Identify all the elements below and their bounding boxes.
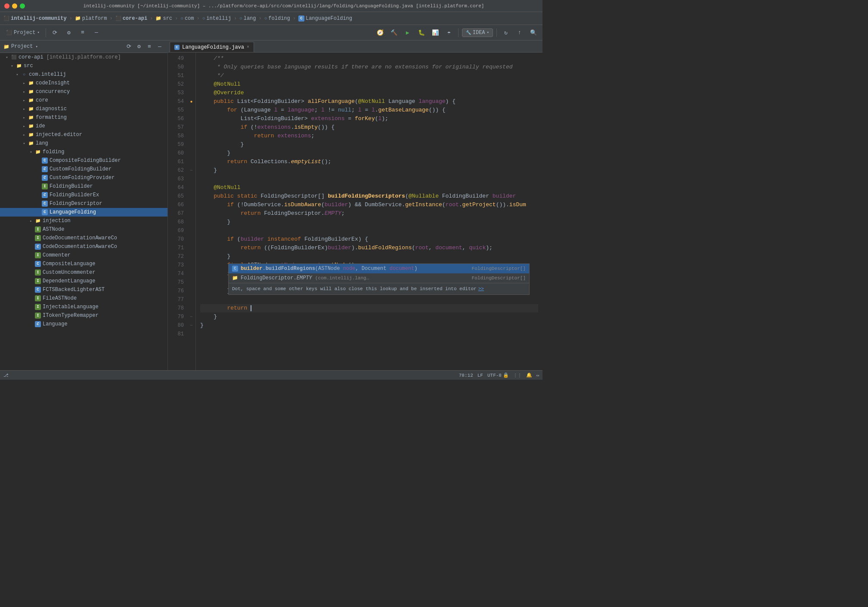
settings-button[interactable]: ⚙ (63, 27, 74, 38)
line-ending[interactable]: LF (477, 373, 483, 378)
tree-item-concurrency[interactable]: 📁 concurrency (0, 87, 167, 96)
encoding[interactable]: UTF-8 🔒 (487, 372, 509, 378)
tree-item-CustomFoldingBuilder[interactable]: C CustomFoldingBuilder (0, 165, 167, 173)
tree-item-codeInsight[interactable]: 📁 codeInsight (0, 79, 167, 87)
nav-lang[interactable]: ○ lang (239, 15, 256, 22)
tree-item-Commenter[interactable]: I Commenter (0, 251, 167, 260)
status-git[interactable]: ⎇ (3, 373, 9, 378)
nav-platform[interactable]: 📁 platform (75, 15, 107, 22)
tree-item-ide[interactable]: 📁 ide (0, 122, 167, 130)
code-editor[interactable]: /** * Only queries base language results… (196, 53, 542, 370)
idea-dropdown[interactable]: 🔧 IDEA ▾ (462, 28, 493, 37)
sidebar-gear-button[interactable]: ≡ (145, 42, 154, 51)
code-area: 49 50 51 52 53 54 55 56 57 58 59 60 61 6… (168, 53, 542, 370)
tab-language-folding[interactable]: C LanguageFolding.java × (170, 42, 254, 52)
code-line-54: public List<FoldingBuilder> allForLangua… (200, 97, 538, 106)
memory-indicator[interactable]: ▭ (536, 373, 539, 378)
tree-item-LanguageFolding[interactable]: C LanguageFolding (0, 208, 167, 217)
folder-icon: 📁 (28, 88, 34, 95)
tree-item-core-api[interactable]: ⬛ core-api [intellij.platform.core] (0, 53, 167, 62)
coverage-button[interactable]: ☂ (443, 27, 455, 38)
tree-item-InjectableLanguage[interactable]: I InjectableLanguage (0, 303, 167, 311)
tab-close-button[interactable]: × (247, 45, 249, 50)
tree-item-FileASTNode[interactable]: I FileASTNode (0, 294, 167, 303)
profile-button[interactable]: 📊 (430, 27, 441, 38)
status-left: ⎇ (3, 373, 9, 378)
nav-intellij[interactable]: ○ intellij (202, 15, 231, 22)
tree-item-injected-editor[interactable]: 📁 injected.editor (0, 130, 167, 139)
nav-com[interactable]: ○ com (180, 15, 194, 22)
tree-item-folding[interactable]: 📁 folding (0, 148, 167, 156)
sidebar-close-button[interactable]: — (155, 42, 164, 51)
ac-hint-link[interactable]: >> (478, 285, 484, 293)
tree-item-core[interactable]: 📁 core (0, 96, 167, 105)
nav-intellij-community[interactable]: intellij-community (11, 15, 67, 22)
tree-arrow (21, 114, 28, 121)
tree-item-formatting[interactable]: 📁 formatting (0, 113, 167, 122)
bookmark-icon[interactable]: ● (187, 97, 195, 106)
notifications[interactable]: 🔔 (526, 372, 532, 378)
tree-label: FileASTNode (43, 295, 77, 301)
tree-item-CodeDocumentationAwareCo2[interactable]: C CodeDocumentationAwareCo (0, 242, 167, 251)
run-button[interactable]: ▶ (402, 27, 413, 38)
title-text: intellij-community [~/intellij-community… (29, 3, 538, 9)
folder-icon: 📁 (34, 217, 41, 224)
tree-item-diagnostic[interactable]: 📁 diagnostic (0, 105, 167, 113)
search-everywhere-button[interactable]: 🔍 (528, 27, 539, 38)
tree-item-FoldingDescriptor[interactable]: C FoldingDescriptor (0, 199, 167, 208)
code-line-53: @Override (200, 89, 538, 97)
ac-class-icon: C (232, 266, 238, 272)
tree-item-Language[interactable]: C Language (0, 320, 167, 328)
vcs-push-button[interactable]: ↑ (514, 27, 525, 38)
vcs-update-button[interactable]: ↻ (500, 27, 512, 38)
interface-icon: I (34, 235, 41, 242)
tree-item-CompositeLanguage[interactable]: C CompositeLanguage (0, 260, 167, 268)
ac-item-2[interactable]: 📁 FoldingDescriptor.EMPTY (com.intellij.… (229, 273, 529, 283)
more-button[interactable]: — (91, 27, 102, 38)
indentation[interactable]: ⋮⋮ (513, 373, 522, 378)
ac-hint-text: Dot, space and some other keys will also… (232, 285, 477, 293)
tree-item-CustomFoldingProvider[interactable]: C CustomFoldingProvider (0, 173, 167, 182)
nav-folding[interactable]: ○ folding (264, 15, 290, 22)
ac-item-1[interactable]: C builder.buildFoldRegions(ASTNode node,… (229, 264, 529, 273)
code-line-69 (200, 226, 538, 235)
tree-item-ASTNode[interactable]: I ASTNode (0, 225, 167, 234)
code-line-50: * Only queries base language results if … (200, 63, 538, 71)
tree-item-DependentLanguage[interactable]: I DependentLanguage (0, 277, 167, 285)
nav-src[interactable]: 📁 src (155, 15, 172, 22)
cursor-position[interactable]: 78:12 (459, 373, 473, 378)
interface-icon: I (34, 295, 41, 302)
tree-item-com-intellij[interactable]: ○ com.intellij (0, 70, 167, 79)
navigate-button[interactable]: 🧭 (375, 27, 386, 38)
tree-label: CompositeLanguage (43, 261, 95, 267)
interface-icon: I (34, 304, 41, 310)
tree-item-ITokenTypeRemapper[interactable]: I ITokenTypeRemapper (0, 311, 167, 320)
maximize-button[interactable] (20, 3, 25, 9)
tree-item-CodeDocumentationAwareCo1[interactable]: I CodeDocumentationAwareCo (0, 234, 167, 242)
tree-item-src[interactable]: 📁 src (0, 62, 167, 70)
tree-label: FoldingDescriptor (50, 201, 102, 207)
abstract-class-icon: C (41, 174, 48, 181)
minimize-button[interactable] (12, 3, 17, 9)
collapse-all-button[interactable]: ≡ (77, 27, 88, 38)
sync-button[interactable]: ⟳ (50, 27, 61, 38)
close-button[interactable] (4, 3, 9, 9)
project-dropdown[interactable]: ⬛ Project ▾ (3, 27, 42, 38)
nav-core-api[interactable]: ⬛ core-api (115, 15, 148, 22)
debug-button[interactable]: 🐛 (416, 27, 427, 38)
tree-item-FoldingBuilderEx[interactable]: C FoldingBuilderEx (0, 191, 167, 199)
tree-item-lang[interactable]: 📁 lang (0, 139, 167, 148)
sidebar-arrow[interactable]: ▾ (35, 44, 37, 49)
git-icon: ⎇ (3, 373, 9, 378)
build-button[interactable]: 🔨 (388, 27, 400, 38)
interface-icon: I (34, 269, 41, 276)
tree-label: src (24, 63, 33, 69)
sidebar-settings-button[interactable]: ⚙ (135, 42, 143, 51)
tree-item-FCTSBackedLighterAST[interactable]: C FCTSBackedLighterAST (0, 285, 167, 294)
tree-item-CustomUncommenter[interactable]: I CustomUncommenter (0, 268, 167, 277)
tree-item-FoldingBuilder[interactable]: I FoldingBuilder (0, 182, 167, 191)
tree-item-injection[interactable]: 📁 injection (0, 217, 167, 225)
tree-item-CompositeFoldingBuilder[interactable]: C CompositeFoldingBuilder (0, 156, 167, 165)
sidebar-sync-button[interactable]: ⟳ (124, 42, 133, 51)
nav-language-folding[interactable]: C LanguageFolding (298, 15, 352, 22)
